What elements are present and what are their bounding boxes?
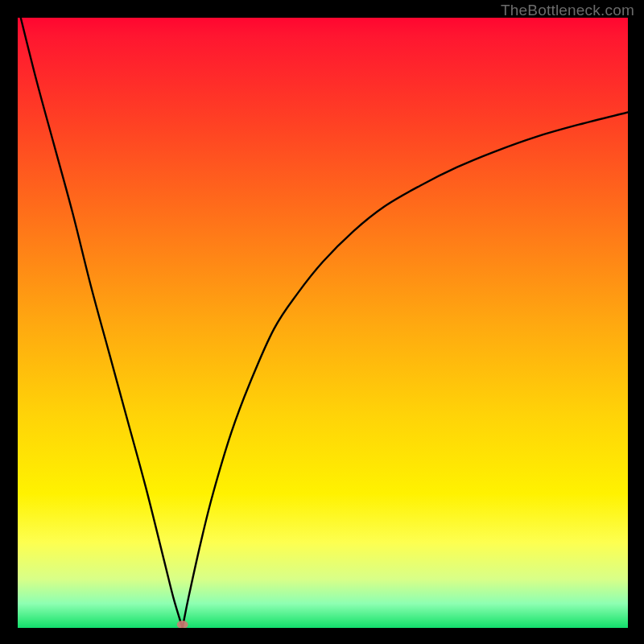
watermark-text: TheBottleneck.com	[501, 2, 634, 19]
plot-background	[18, 18, 628, 628]
chart-container: TheBottleneck.com	[0, 0, 644, 644]
